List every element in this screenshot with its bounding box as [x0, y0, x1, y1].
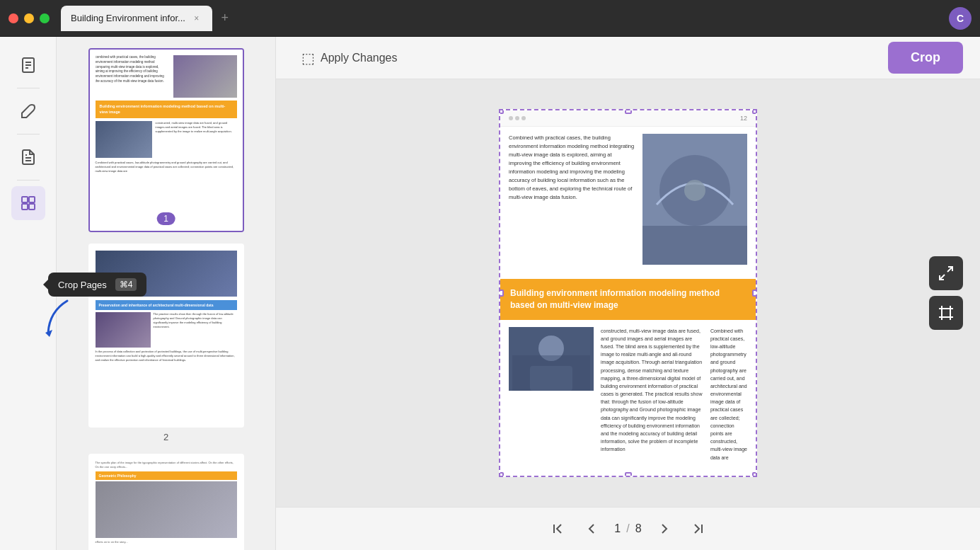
- prev-page-icon: [585, 522, 598, 535]
- svg-rect-9: [29, 204, 35, 210]
- sidebar-item-brush[interactable]: [11, 94, 45, 128]
- tooltip-label: Crop Pages: [58, 280, 107, 290]
- crop-handle-br[interactable]: [752, 472, 757, 477]
- expand-icon: [938, 265, 955, 282]
- sidebar-divider-2: [17, 134, 40, 134]
- apply-changes-label: Apply Changes: [321, 52, 398, 64]
- svg-rect-7: [29, 197, 35, 202]
- pages-icon: [20, 195, 37, 212]
- first-page-button[interactable]: [546, 517, 569, 540]
- current-page: 1: [614, 522, 621, 535]
- crop-handle-ml[interactable]: [499, 290, 504, 297]
- sidebar-divider-3: [17, 180, 40, 181]
- brush-icon: [20, 103, 37, 120]
- prev-page-button[interactable]: [580, 517, 603, 540]
- thumb-content-3: The specific plan of the image for the t…: [90, 455, 243, 550]
- thumb-content-1: combined with practical cases, the build…: [90, 50, 243, 231]
- svg-rect-6: [22, 197, 28, 202]
- sidebar-item-annotation[interactable]: [11, 140, 45, 174]
- svg-rect-18: [512, 355, 590, 391]
- person-image-svg: [509, 327, 594, 391]
- next-page-icon: [658, 522, 671, 535]
- body-text: Combined with practical cases, the build…: [509, 134, 635, 202]
- main-content: combined with practical cases, the build…: [0, 37, 980, 550]
- total-pages: 8: [635, 522, 642, 535]
- active-tab[interactable]: Building Environment infor... ×: [61, 6, 212, 31]
- person-image: [509, 327, 594, 391]
- thumbnail-item-1[interactable]: combined with practical cases, the build…: [65, 48, 267, 232]
- svg-point-14: [684, 180, 705, 201]
- editing-area: ⬚ Apply Changes Crop: [276, 37, 980, 550]
- toolbar: ⬚ Apply Changes Crop: [276, 37, 980, 79]
- crop-handle-tl[interactable]: [499, 109, 504, 114]
- thumbnail-item-3[interactable]: The specific plan of the image for the t…: [65, 454, 267, 550]
- new-tab-button[interactable]: +: [215, 8, 235, 28]
- page-document: 12 Combined with practical cases, the b: [499, 109, 757, 477]
- page-indicator: 1 / 8: [614, 522, 641, 535]
- bottom-columns: constructed, multi-view image data are f…: [601, 327, 703, 462]
- bottom-right-col: Combined with practical cases, low-altit…: [710, 327, 747, 462]
- crop-handle-bm[interactable]: [625, 472, 632, 477]
- tooltip-shortcut: ⌘4: [115, 278, 137, 291]
- expand-tool-button[interactable]: [929, 256, 963, 290]
- svg-rect-13: [642, 226, 747, 265]
- sidebar-item-document[interactable]: [11, 48, 45, 82]
- first-page-icon: [551, 522, 564, 535]
- svg-line-20: [940, 275, 945, 280]
- bottom-left-text: constructed, multi-view image data are f…: [601, 327, 703, 454]
- tab-title: Building Environment infor...: [71, 13, 185, 23]
- page-bottom-section: constructed, multi-view image data are f…: [500, 320, 756, 469]
- crop-handle-mr[interactable]: [752, 290, 757, 297]
- dot-3: [521, 116, 526, 120]
- last-page-button[interactable]: [687, 517, 710, 540]
- dot-2: [515, 116, 519, 120]
- crop-button[interactable]: Crop: [888, 42, 963, 74]
- annotation-icon: [20, 149, 37, 166]
- title-bar: Building Environment infor... × + C: [0, 0, 980, 37]
- arrow-pointer: [42, 297, 71, 343]
- page-image-svg: [642, 134, 747, 265]
- dot-1: [509, 116, 513, 120]
- document-icon: [20, 57, 37, 74]
- crop-handle-bl[interactable]: [499, 472, 504, 477]
- page-badge-1: 1: [156, 212, 175, 225]
- page-navigation: 1 / 8: [276, 507, 980, 550]
- apply-icon: ⬚: [301, 50, 315, 67]
- crop-frame-icon: [938, 304, 955, 321]
- last-page-icon: [692, 522, 705, 535]
- crop-handle-tm[interactable]: [625, 109, 632, 114]
- thumbnail-frame-2[interactable]: Preservation and inheritance of architec…: [88, 244, 244, 428]
- minimize-window-button[interactable]: [24, 13, 34, 23]
- close-window-button[interactable]: [8, 13, 18, 23]
- page-label-2: 2: [163, 432, 168, 442]
- canvas-area: 12 Combined with practical cases, the b: [276, 79, 980, 507]
- tab-bar: Building Environment infor... × +: [61, 6, 235, 31]
- svg-line-19: [947, 267, 952, 272]
- apply-changes-button[interactable]: ⬚ Apply Changes: [293, 44, 406, 72]
- orange-section: Building environment information modelin…: [500, 279, 756, 320]
- crop-handle-tr[interactable]: [752, 109, 757, 114]
- next-page-button[interactable]: [653, 517, 676, 540]
- traffic-lights: [8, 13, 50, 23]
- sidebar-item-pages[interactable]: [11, 186, 45, 220]
- page-separator: /: [626, 522, 629, 535]
- maximize-window-button[interactable]: [40, 13, 50, 23]
- page-image-right: [642, 134, 747, 265]
- avatar[interactable]: C: [949, 7, 972, 30]
- bottom-right-text: Combined with practical cases, low-altit…: [710, 327, 747, 462]
- orange-title: Building environment information modelin…: [510, 288, 720, 310]
- tab-close-button[interactable]: ×: [191, 13, 202, 24]
- sidebar-divider: [17, 88, 40, 88]
- thumbnail-frame-1[interactable]: combined with practical cases, the build…: [88, 48, 244, 232]
- header-dots: [509, 116, 526, 120]
- thumbnail-frame-3[interactable]: The specific plan of the image for the t…: [88, 454, 244, 550]
- crop-frame-tool-button[interactable]: [929, 296, 963, 330]
- crop-tools: [929, 256, 963, 330]
- svg-rect-21: [942, 309, 950, 317]
- crop-tooltip: Crop Pages ⌘4: [48, 273, 146, 297]
- svg-rect-8: [22, 204, 28, 210]
- page-number: 12: [740, 115, 747, 122]
- page-body: Combined with practical cases, the build…: [500, 127, 756, 276]
